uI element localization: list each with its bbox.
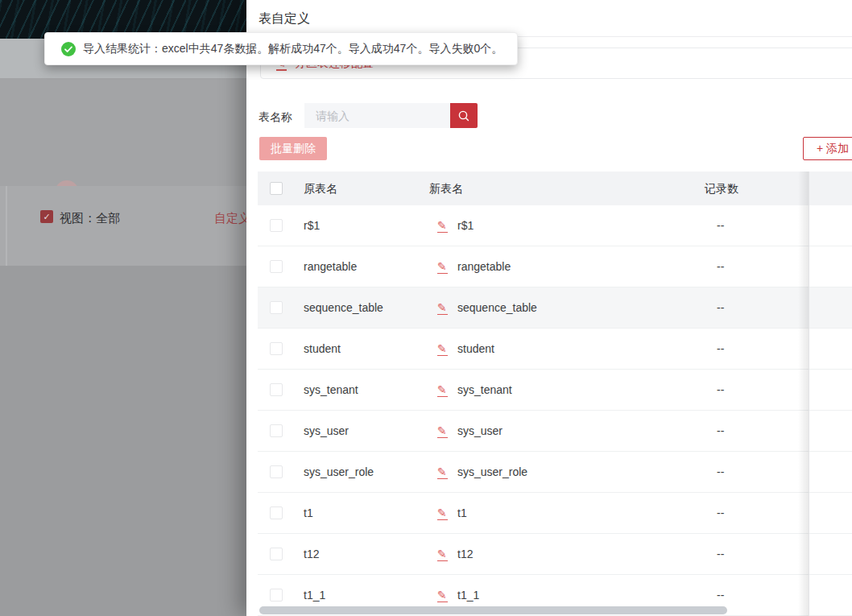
row-checkbox[interactable] [270,465,283,478]
record-count: -- [717,370,724,410]
toast-message: 导入结果统计：excel中共47条数据。解析成功47个。导入成功47个。导入失败… [83,42,503,56]
record-count: -- [717,329,724,369]
edit-pencil-icon: ✎ [437,343,449,354]
new-table-name: t12 [457,534,473,574]
row-checkbox[interactable] [270,260,283,273]
edit-icon[interactable]: ✎ [437,219,449,232]
row-checkbox[interactable] [270,506,283,519]
check-glyph: ✓ [43,212,50,221]
new-table-name: sys_user_role [457,452,527,492]
table-body: r$1 ✎ r$1 -- rangetable ✎ rangetable -- … [258,205,852,616]
import-result-toast: 导入结果统计：excel中共47条数据。解析成功47个。导入成功47个。导入失败… [44,32,518,65]
edit-icon[interactable]: ✎ [437,424,449,437]
edit-pencil-icon: ✎ [437,425,449,436]
original-table-name: student [304,329,341,369]
edit-icon[interactable]: ✎ [437,548,449,560]
record-count: -- [717,534,724,574]
tables-table: 原表名 新表名 记录数 r$1 ✎ r$1 -- rangetable ✎ ra… [258,172,852,616]
card-left-edge [6,186,7,266]
table-row: sys_user_role ✎ sys_user_role -- [258,452,852,493]
original-table-name: r$1 [304,205,320,246]
search-button[interactable] [450,103,478,128]
table-row: rangetable ✎ rangetable -- [258,246,852,287]
original-table-name: rangetable [304,246,357,287]
new-table-name: sys_tenant [457,370,512,410]
original-table-name: t1 [304,493,313,533]
table-row: t1 ✎ t1 -- [258,493,852,534]
edit-pencil-icon: ✎ [437,507,449,519]
original-table-name: sys_tenant [304,370,358,410]
app-window: ✓ 迁移模式 ✓ 视图：全部 自定义 表自定义 ✎ 分区表迁移配置 表名称 批量… [0,0,852,616]
column-header-original-name: 原表名 [304,172,337,205]
magnifier-icon [457,110,470,122]
success-check-circle-icon [61,42,76,56]
edit-pencil-icon: ✎ [437,220,449,231]
row-checkbox[interactable] [270,383,283,396]
row-checkbox[interactable] [270,301,283,314]
new-table-name: t1 [457,493,467,533]
original-table-name: sys_user_role [304,452,374,492]
table-row: student ✎ student -- [258,329,852,370]
custom-link[interactable]: 自定义 [214,211,250,226]
table-row: sys_user ✎ sys_user -- [258,411,852,452]
original-table-name: t12 [304,534,319,574]
new-table-name: student [457,329,494,369]
edit-pencil-icon: ✎ [437,589,449,601]
add-button[interactable]: + 添加 [803,137,852,160]
drawer-title: 表自定义 [258,10,310,27]
record-count: -- [717,411,724,451]
batch-delete-button[interactable]: 批量删除 [259,137,327,160]
original-table-name: sys_user [304,411,349,451]
edit-pencil-icon: ✎ [437,261,449,272]
record-count: -- [717,452,724,492]
row-checkbox[interactable] [270,589,283,602]
new-table-name: rangetable [457,246,511,287]
new-table-name: r$1 [457,205,474,246]
edit-icon[interactable]: ✎ [437,342,449,355]
record-count: -- [717,287,724,328]
row-checkbox[interactable] [270,342,283,355]
record-count: -- [717,205,724,246]
edit-pencil-icon: ✎ [437,384,449,395]
table-name-filter-label: 表名称 [258,110,292,125]
new-table-name: sequence_table [457,287,537,328]
new-table-name: sys_user [457,411,503,451]
edit-icon[interactable]: ✎ [437,465,449,478]
edit-icon[interactable]: ✎ [437,589,449,602]
edit-pencil-icon: ✎ [437,548,449,560]
horizontal-scrollbar[interactable] [259,606,727,614]
edit-pencil-icon: ✎ [437,302,449,313]
table-row: t12 ✎ t12 -- [258,534,852,575]
table-name-search-input[interactable] [304,103,450,128]
record-count: -- [717,493,724,533]
view-checkbox[interactable]: ✓ [40,210,53,223]
row-checkbox[interactable] [270,424,283,437]
select-all-checkbox[interactable] [270,182,283,195]
edit-icon[interactable]: ✎ [437,260,449,273]
original-table-name: sequence_table [304,287,383,328]
view-filter-label: 视图：全部 [60,211,120,226]
table-header-row: 原表名 新表名 记录数 [258,172,852,205]
table-row: r$1 ✎ r$1 -- [258,205,852,246]
column-header-record-count: 记录数 [705,172,738,205]
row-checkbox[interactable] [270,548,283,560]
table-customize-drawer: 表自定义 ✎ 分区表迁移配置 表名称 批量删除 + 添加 原表名 新表名 记录数 [246,0,852,616]
column-header-new-name: 新表名 [429,172,463,205]
edit-icon[interactable]: ✎ [437,506,449,519]
edit-icon[interactable]: ✎ [437,301,449,314]
table-row: sys_tenant ✎ sys_tenant -- [258,370,852,411]
table-row: sequence_table ✎ sequence_table -- [258,287,852,329]
row-checkbox[interactable] [270,219,283,232]
edit-pencil-icon: ✎ [437,466,449,478]
record-count: -- [717,246,724,287]
edit-icon[interactable]: ✎ [437,383,449,396]
